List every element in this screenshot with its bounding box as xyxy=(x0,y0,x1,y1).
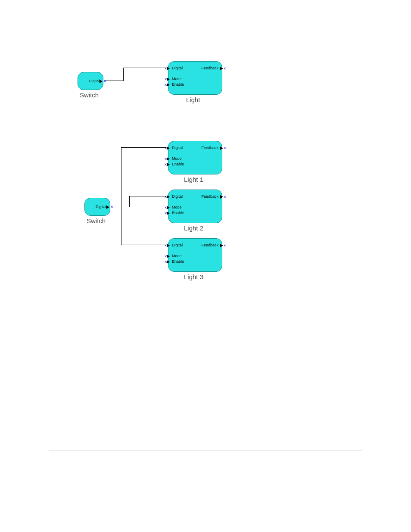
l2-enable-x-icon: × xyxy=(165,212,167,215)
l2-out-x-icon: × xyxy=(224,195,226,199)
l3-enable-x-icon: × xyxy=(165,260,167,264)
diagram1-light-label: Light xyxy=(186,96,200,103)
light-port-digital-label: Digital xyxy=(172,66,183,71)
l1-mode-x-icon: × xyxy=(165,157,167,161)
l3-out-x-icon: × xyxy=(224,244,226,248)
l3-port-feedback: Feedback xyxy=(201,243,218,248)
l1-port-enable: Enable xyxy=(172,162,184,167)
light-input-tri-icon xyxy=(167,67,170,70)
l1-enable-x-icon: × xyxy=(165,163,167,167)
diagram2-light2-block: × Digital × Mode × Enable Feedback × xyxy=(168,190,222,223)
l1-out-x-icon: × xyxy=(224,146,226,150)
light-enable-x-icon: × xyxy=(165,83,167,87)
light-port-enable-label: Enable xyxy=(172,82,184,87)
l3-mode-x-icon: × xyxy=(165,255,167,258)
diagram1-switch-label: Switch xyxy=(80,91,99,99)
wire-d2-seg-switch xyxy=(112,207,121,207)
l2-enable-tri-icon xyxy=(167,212,170,215)
l2-port-enable: Enable xyxy=(172,211,184,215)
diagram2-light1-label: Light 1 xyxy=(184,176,203,183)
l3-mode-tri-icon xyxy=(167,255,170,258)
diagram-page: Digital × Switch × Digital × Mode × Enab… xyxy=(0,0,411,532)
l1-mode-tri-icon xyxy=(167,157,170,161)
light-output-tri-icon xyxy=(220,67,223,70)
diagram2-light2-label: Light 2 xyxy=(184,224,203,232)
switch2-output-port-icon xyxy=(106,205,109,209)
diagram1-switch-block: Digital × xyxy=(78,72,103,90)
light-port-mode-label: Mode xyxy=(172,77,182,81)
diagram2-light3-block: × Digital × Mode × Enable Feedback × xyxy=(168,238,222,272)
l1-port-digital: Digital xyxy=(172,146,183,150)
wire-d2-branch-light2-stub xyxy=(121,207,130,207)
diagram2-light1-block: × Digital × Mode × Enable Feedback × xyxy=(168,141,222,174)
l1-out-tri-icon xyxy=(220,146,223,150)
l3-enable-tri-icon xyxy=(167,260,170,264)
light-mode-x-icon: × xyxy=(165,78,167,81)
l3-port-enable: Enable xyxy=(172,259,184,264)
l2-mode-x-icon: × xyxy=(165,206,167,210)
light-mode-tri-icon xyxy=(167,78,170,81)
l1-port-mode: Mode xyxy=(172,156,182,161)
l2-port-mode: Mode xyxy=(172,205,182,210)
l2-port-feedback: Feedback xyxy=(201,194,218,199)
l3-port-digital: Digital xyxy=(172,243,183,248)
light-output-x-icon: × xyxy=(224,67,226,71)
l3-digital-tri-icon xyxy=(167,244,170,247)
l1-digital-tri-icon xyxy=(167,146,170,150)
wire-d2-bus-vertical xyxy=(121,147,121,245)
l2-digital-tri-icon xyxy=(167,195,170,199)
switch-output-port-icon xyxy=(100,80,103,83)
wire-d2-branch-light2-h xyxy=(129,196,166,196)
diagram2-switch-label: Switch xyxy=(87,217,106,224)
l1-enable-tri-icon xyxy=(167,163,170,166)
switch-port-digital-label: Digital xyxy=(89,79,100,84)
wire-d1-seg1 xyxy=(106,81,124,81)
wire-d1-seg3 xyxy=(123,68,166,68)
l3-port-mode: Mode xyxy=(172,254,182,258)
light-enable-tri-icon xyxy=(167,83,170,87)
l2-mode-tri-icon xyxy=(167,206,170,209)
wire-d2-branch-light3 xyxy=(121,245,166,245)
light-port-feedback-label: Feedback xyxy=(201,66,218,71)
footer-rule xyxy=(49,451,362,451)
switch2-port-digital-label: Digital xyxy=(96,205,106,209)
diagram2-switch-block: Digital × xyxy=(84,198,110,216)
l3-out-tri-icon xyxy=(220,244,223,247)
wire-d2-branch-light1 xyxy=(121,147,166,148)
diagram1-light-block: × Digital × Mode × Enable Feedback × xyxy=(168,61,222,95)
l1-port-feedback: Feedback xyxy=(201,146,218,150)
diagram2-light3-label: Light 3 xyxy=(184,273,203,280)
l2-out-tri-icon xyxy=(220,195,223,199)
wire-d1-seg2 xyxy=(123,68,124,81)
l2-port-digital: Digital xyxy=(172,194,183,199)
wire-d2-branch-light2-v xyxy=(129,196,130,207)
switch-output-x-icon: × xyxy=(104,79,106,83)
